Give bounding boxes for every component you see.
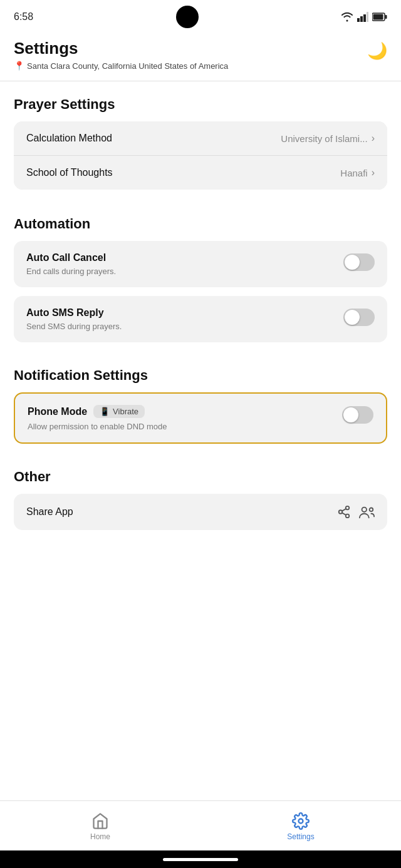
location-text: Santa Clara County, California United St… [27, 61, 228, 71]
status-bar: 6:58 [0, 0, 401, 31]
vibrate-badge: 📱 Vibrate [93, 405, 145, 418]
calculation-method-right: University of Islami... › [281, 133, 375, 144]
settings-icon [292, 810, 310, 830]
share-icon [337, 505, 351, 519]
header-divider [0, 81, 401, 81]
school-of-thoughts-row[interactable]: School of Thoughts Hanafi › [14, 155, 387, 190]
page-title: Settings [14, 39, 228, 58]
svg-point-13 [370, 508, 373, 512]
nav-home-label: Home [90, 832, 110, 841]
share-app-card[interactable]: Share App [14, 494, 387, 530]
phone-mode-title: Phone Mode [28, 406, 87, 417]
auto-call-cancel-toggle[interactable] [343, 253, 375, 271]
auto-call-cancel-desc: End calls during prayers. [26, 267, 116, 276]
share-app-label: Share App [26, 506, 73, 518]
svg-line-11 [342, 509, 346, 511]
svg-rect-1 [360, 16, 363, 22]
phone-mode-left: Phone Mode 📱 Vibrate Allow permission to… [28, 405, 167, 431]
auto-call-cancel-title: Auto Call Cancel [26, 252, 116, 263]
automation-title: Automation [14, 216, 387, 232]
bottom-nav: Home Settings [0, 800, 401, 850]
phone-small-icon: 📱 [100, 407, 110, 416]
auto-sms-reply-desc: Send SMS during prayers. [26, 322, 122, 331]
svg-rect-0 [357, 18, 360, 22]
home-indicator [0, 850, 401, 868]
school-of-thoughts-chevron: › [372, 167, 375, 178]
svg-rect-6 [373, 14, 383, 20]
prayer-settings-card: Calculation Method University of Islami.… [14, 121, 387, 190]
svg-point-14 [299, 819, 303, 824]
nav-settings[interactable]: Settings [200, 801, 401, 850]
phone-mode-title-row: Phone Mode 📱 Vibrate [28, 405, 167, 418]
signal-icon [357, 12, 368, 22]
status-time: 6:58 [14, 11, 33, 23]
school-of-thoughts-label: School of Thoughts [26, 167, 113, 178]
school-of-thoughts-value: Hanafi [340, 168, 367, 178]
svg-line-10 [342, 513, 346, 515]
calculation-method-value: University of Islami... [281, 133, 367, 144]
battery-icon [372, 13, 387, 21]
home-icon [91, 810, 109, 830]
auto-sms-reply-content: Auto SMS Reply Send SMS during prayers. [26, 307, 122, 331]
auto-call-cancel-content: Auto Call Cancel End calls during prayer… [26, 252, 116, 276]
vibrate-label: Vibrate [113, 407, 138, 416]
prayer-settings-section: Prayer Settings Calculation Method Unive… [0, 85, 401, 205]
auto-sms-reply-card: Auto SMS Reply Send SMS during prayers. [14, 296, 387, 342]
notification-settings-section: Notification Settings Phone Mode 📱 Vibra… [0, 356, 401, 457]
nav-settings-label: Settings [287, 832, 314, 841]
moon-icon[interactable]: 🌙 [367, 41, 387, 61]
home-indicator-bar [163, 858, 238, 861]
auto-sms-reply-toggle[interactable] [343, 309, 375, 326]
calculation-method-label: Calculation Method [26, 133, 112, 144]
wifi-icon [341, 12, 353, 22]
svg-rect-3 [367, 12, 368, 22]
contacts-icon [358, 505, 375, 519]
prayer-settings-title: Prayer Settings [14, 96, 387, 113]
phone-mode-desc: Allow permission to enable DND mode [28, 422, 167, 431]
svg-rect-5 [385, 15, 387, 19]
nav-home[interactable]: Home [0, 801, 200, 850]
calculation-method-row[interactable]: Calculation Method University of Islami.… [14, 121, 387, 155]
notification-settings-title: Notification Settings [14, 367, 387, 384]
other-section: Other Share App [0, 457, 401, 544]
status-icons [341, 12, 387, 22]
auto-sms-reply-title: Auto SMS Reply [26, 307, 122, 319]
camera-pill [176, 6, 199, 28]
auto-call-cancel-card: Auto Call Cancel End calls during prayer… [14, 241, 387, 287]
svg-point-12 [362, 508, 367, 512]
phone-mode-card: Phone Mode 📱 Vibrate Allow permission to… [14, 392, 387, 444]
svg-rect-2 [363, 14, 366, 22]
share-icons [337, 505, 375, 519]
other-title: Other [14, 469, 387, 485]
automation-section: Automation Auto Call Cancel End calls du… [0, 205, 401, 356]
header-location: 📍 Santa Clara County, California United … [14, 61, 228, 71]
location-pin-icon: 📍 [14, 61, 24, 71]
header-left: Settings 📍 Santa Clara County, Californi… [14, 39, 228, 71]
school-of-thoughts-right: Hanafi › [340, 167, 375, 178]
spacer [0, 544, 401, 800]
calculation-method-chevron: › [372, 133, 375, 144]
phone-mode-toggle[interactable] [342, 406, 373, 424]
header: Settings 📍 Santa Clara County, Californi… [0, 31, 401, 77]
